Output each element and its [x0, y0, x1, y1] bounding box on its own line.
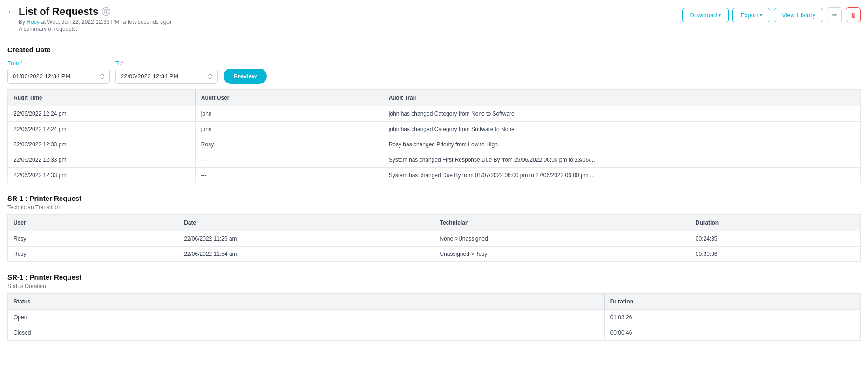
preview-button[interactable]: Preview [224, 69, 267, 84]
audit-time-cell: 22/06/2022 12:24 pm [8, 122, 196, 137]
to-required: * [122, 60, 124, 67]
from-required: * [20, 60, 23, 67]
filter-section-title: Created Date [7, 46, 861, 54]
table-row: 22/06/2022 12:33 pm --- System has chang… [8, 152, 861, 168]
to-date-input[interactable] [115, 69, 218, 84]
audit-time-col-header: Audit Time [8, 90, 196, 106]
tech-user-cell: Rosy [8, 247, 178, 262]
status-duration-cell: 00:00:46 [604, 325, 860, 341]
tech-user-cell: Rosy [8, 231, 178, 247]
header-actions: Download ▾ Export ▾ View History ✏ 🗑 [682, 7, 861, 22]
table-row: 22/06/2022 12:24 pm john john has change… [8, 122, 861, 137]
audit-time-cell: 22/06/2022 12:33 pm [8, 152, 196, 168]
audit-time-cell: 22/06/2022 12:33 pm [8, 137, 196, 152]
tech-technician-cell: Unassigned->Rosy [434, 247, 690, 262]
export-button[interactable]: Export ▾ [732, 8, 770, 22]
trash-icon: 🗑 [850, 12, 856, 19]
info-icon: ⓘ [102, 7, 110, 16]
from-clock-icon: ⏱ [99, 73, 105, 80]
status-section-subtitle: Status Duration [7, 283, 861, 289]
download-button[interactable]: Download ▾ [682, 8, 729, 22]
download-chevron-icon: ▾ [719, 13, 721, 18]
filter-section: Created Date From* ⏱ To* ⏱ [7, 38, 861, 89]
from-field-group: From* ⏱ [7, 60, 110, 84]
subtitle-user-link[interactable]: Rosy [27, 19, 39, 25]
to-label: To* [115, 60, 218, 67]
tech-user-col-header: User [8, 215, 178, 231]
technician-table: User Date Technician Duration Rosy 22/06… [7, 214, 861, 262]
status-section: SR-1 : Printer Request Status Duration S… [7, 273, 861, 341]
table-row: Open 01:03:26 [8, 310, 861, 325]
audit-trail-cell: john has changed Category from None to S… [383, 106, 860, 122]
from-date-wrap: ⏱ [7, 69, 110, 84]
filter-row: From* ⏱ To* ⏱ Preview [7, 60, 861, 84]
page-title: List of Requests [19, 6, 98, 18]
tech-date-cell: 22/06/2022 11:54 am [178, 247, 434, 262]
audit-time-cell: 22/06/2022 12:24 pm [8, 106, 196, 122]
view-history-button[interactable]: View History [774, 8, 823, 22]
tech-date-col-header: Date [178, 215, 434, 231]
audit-user-cell: Rosy [195, 137, 383, 152]
table-row: Rosy 22/06/2022 11:54 am Unassigned->Ros… [8, 247, 861, 262]
audit-user-cell: john [195, 122, 383, 137]
tech-duration-cell: 00:39:36 [690, 247, 860, 262]
audit-trail-cell: Rosy has changed Priority from Low to Hi… [383, 137, 860, 152]
audit-user-cell: john [195, 106, 383, 122]
export-label: Export [740, 12, 758, 19]
status-col-header: Status [8, 294, 605, 310]
audit-trail-cell: System has changed Due By from 01/07/202… [383, 168, 860, 183]
audit-user-cell: --- [195, 168, 383, 183]
table-row: 22/06/2022 12:33 pm Rosy Rosy has change… [8, 137, 861, 152]
status-duration-cell: 01:03:26 [604, 310, 860, 325]
table-row: 22/06/2022 12:24 pm john john has change… [8, 106, 861, 122]
subtitle: By Rosy at Wed, Jun 22, 2022 12:33 PM (a… [19, 19, 171, 25]
delete-button[interactable]: 🗑 [846, 7, 861, 22]
technician-section-title: SR-1 : Printer Request [7, 194, 861, 202]
to-field-group: To* ⏱ [115, 60, 218, 84]
page-header: ← List of Requests ⓘ By Rosy at Wed, Jun… [7, 6, 861, 38]
audit-user-cell: --- [195, 152, 383, 168]
status-section-title: SR-1 : Printer Request [7, 273, 861, 281]
audit-table: Audit Time Audit User Audit Trail 22/06/… [7, 89, 861, 183]
view-history-label: View History [782, 12, 815, 19]
table-row: Closed 00:00:46 [8, 325, 861, 341]
status-duration-col-header: Duration [604, 294, 860, 310]
audit-time-cell: 22/06/2022 12:33 pm [8, 168, 196, 183]
audit-section: Audit Time Audit User Audit Trail 22/06/… [7, 89, 861, 183]
technician-section: SR-1 : Printer Request Technician Transi… [7, 194, 861, 262]
technician-table-header: User Date Technician Duration [8, 215, 861, 231]
status-table: Status Duration Open 01:03:26 Closed 00:… [7, 293, 861, 341]
technician-section-subtitle: Technician Transition [7, 204, 861, 211]
tech-technician-cell: None->Unassigned [434, 231, 690, 247]
export-chevron-icon: ▾ [760, 13, 762, 18]
status-cell: Open [8, 310, 605, 325]
edit-icon: ✏ [832, 12, 837, 19]
from-date-input[interactable] [7, 69, 110, 84]
subtitle-suffix: at Wed, Jun 22, 2022 12:33 PM (a few sec… [40, 19, 171, 25]
table-row: Rosy 22/06/2022 11:29 am None->Unassigne… [8, 231, 861, 247]
page-description: A summary of requests. [19, 26, 171, 32]
tech-date-cell: 22/06/2022 11:29 am [178, 231, 434, 247]
tech-duration-col-header: Duration [690, 215, 860, 231]
back-button[interactable]: ← [7, 7, 15, 16]
audit-table-header: Audit Time Audit User Audit Trail [8, 90, 861, 106]
to-clock-icon: ⏱ [207, 73, 213, 80]
edit-button[interactable]: ✏ [827, 7, 842, 22]
table-row: 22/06/2022 12:33 pm --- System has chang… [8, 168, 861, 183]
header-left: ← List of Requests ⓘ By Rosy at Wed, Jun… [7, 6, 171, 32]
download-label: Download [690, 12, 717, 19]
to-date-wrap: ⏱ [115, 69, 218, 84]
status-cell: Closed [8, 325, 605, 341]
from-label: From* [7, 60, 110, 67]
audit-user-col-header: Audit User [195, 90, 383, 106]
status-table-header: Status Duration [8, 294, 861, 310]
subtitle-prefix: By [19, 19, 27, 25]
audit-trail-cell: john has changed Category from Software … [383, 122, 860, 137]
audit-trail-cell: System has changed First Response Due By… [383, 152, 860, 168]
audit-trail-col-header: Audit Trail [383, 90, 860, 106]
tech-technician-col-header: Technician [434, 215, 690, 231]
tech-duration-cell: 00:24:35 [690, 231, 860, 247]
